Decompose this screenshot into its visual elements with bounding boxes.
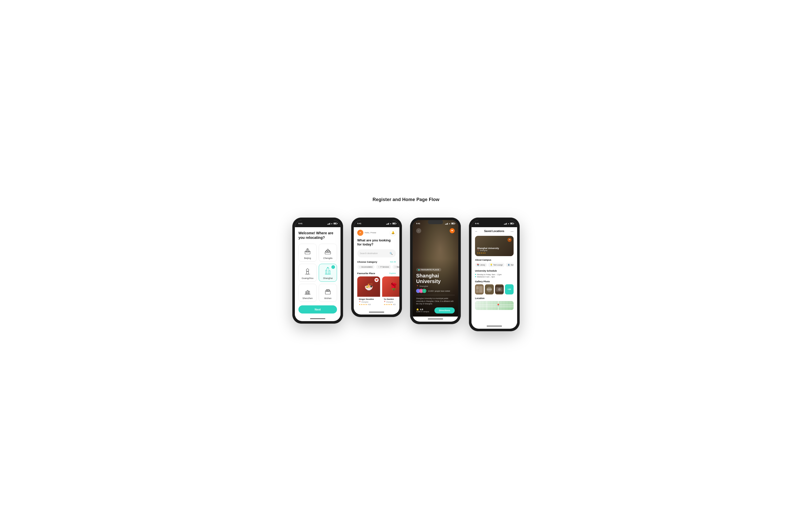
bell-icon[interactable]: 🔔 bbox=[390, 230, 396, 236]
visitors-count: 10,000+ people have visited bbox=[428, 290, 450, 292]
shanghai-icon bbox=[323, 267, 332, 276]
home-indicator-4 bbox=[487, 326, 502, 326]
phone3-status-icons: ▲ bbox=[445, 223, 455, 225]
phone3-notch: 9:41 ▲ bbox=[412, 220, 458, 227]
notch-pill-3 bbox=[428, 220, 443, 224]
notch-pill-2 bbox=[369, 220, 384, 224]
shenzhen-icon bbox=[303, 287, 312, 296]
svg-rect-20 bbox=[325, 291, 330, 294]
beijing-icon bbox=[303, 246, 312, 256]
svg-rect-4 bbox=[325, 252, 331, 254]
star-icon: ⭐ bbox=[416, 308, 419, 311]
saved-hero-text: Shanghai University 📍 Shanghai ★★★★★ bbox=[477, 247, 499, 254]
directions-button[interactable]: Directions bbox=[434, 308, 455, 314]
location-section: Location 📍 bbox=[475, 297, 513, 310]
search-bar[interactable]: Search destination 🔍 bbox=[357, 249, 396, 257]
favourite-badge: FAVOURITE PLACE bbox=[416, 268, 441, 271]
svg-rect-8 bbox=[306, 271, 308, 274]
phone-2-home: 9:41 ▲ P Hello, Pristal bbox=[351, 217, 402, 317]
city-card-shenzhen[interactable]: Shenzhen bbox=[299, 284, 317, 302]
city-card-beijing[interactable]: Beijing bbox=[299, 244, 317, 262]
fav-place-label: Favourite Place bbox=[357, 272, 375, 275]
schedule-text-1: Monday to Friday: 6am – 11pm bbox=[477, 274, 502, 275]
place-name: Shanghai University bbox=[416, 273, 455, 284]
phone-1-bottom bbox=[295, 316, 340, 321]
map-road-v1 bbox=[487, 301, 487, 310]
map-grid bbox=[475, 301, 513, 310]
fav-card-garden[interactable]: 🌹 Yu Garden 📍 Shanghai ★★★★★ 4.5 bbox=[382, 276, 400, 307]
saved-stars: ★★★★★ bbox=[477, 252, 499, 254]
city-card-chengdu[interactable]: Chengdu bbox=[319, 244, 337, 262]
city-grid: Beijing Chengdu Guangzhou bbox=[299, 244, 337, 302]
banks-label: Banks bbox=[396, 266, 400, 268]
fav-header: Favourite Place Explore bbox=[357, 272, 396, 275]
see-all-button[interactable]: See All bbox=[390, 261, 396, 263]
banks-dot bbox=[395, 266, 396, 268]
svg-point-15 bbox=[327, 267, 328, 268]
phone-1-notch: 9:41 ▲ bbox=[295, 220, 340, 227]
p4-menu-dots[interactable]: ··· bbox=[510, 229, 513, 233]
gallery-thumb-3[interactable] bbox=[495, 284, 504, 295]
home-indicator bbox=[310, 318, 325, 319]
phone-1-screen: 9:41 ▲ Welcome! Where are you relocating… bbox=[295, 220, 340, 322]
phone-2-notch: 9:41 ▲ bbox=[354, 220, 400, 227]
campus-banks[interactable]: 🏦 Banks bbox=[506, 263, 513, 267]
schedule-item-1: Monday to Friday: 6am – 11pm bbox=[475, 274, 513, 275]
guangzhou-icon bbox=[303, 267, 312, 276]
phone-4-time: 9:41 bbox=[475, 223, 479, 225]
divider bbox=[416, 295, 455, 295]
fav-badge-dot bbox=[418, 269, 420, 271]
fav-cards: 🍜 ❤️ Ginger Noodles 📍 Shanghai ★★★★★ 4.8 bbox=[357, 276, 396, 307]
phone-4-saved: 9:41 ▲ ← Saved Locations ··· bbox=[469, 217, 520, 331]
noodles-name: Ginger Noodles bbox=[359, 298, 379, 300]
rating-badge: ⭐ 4.8 bbox=[416, 308, 429, 311]
phone-3-bottom bbox=[412, 316, 458, 322]
rating-directions-row: ⭐ 4.8 3,650 in campus Directions bbox=[416, 308, 455, 314]
left-side: ⭐ 4.8 3,650 in campus bbox=[416, 308, 429, 313]
svg-rect-17 bbox=[307, 290, 308, 294]
map-preview[interactable]: 📍 bbox=[475, 301, 513, 310]
favourite-heart[interactable]: ❤ bbox=[450, 228, 455, 233]
campus-tech-lounge[interactable]: 💡 Tech Lounge bbox=[488, 263, 505, 267]
category-banks[interactable]: Banks bbox=[393, 265, 400, 269]
map-road-h1 bbox=[475, 304, 513, 305]
status-icons: ▲ bbox=[327, 223, 337, 225]
explore-button[interactable]: Explore bbox=[390, 272, 396, 274]
p4-header: ← Saved Locations ··· bbox=[475, 229, 513, 233]
schedule-label: University Schedule bbox=[475, 270, 513, 272]
gallery-thumb-2[interactable] bbox=[485, 284, 494, 295]
city-card-wuhan[interactable]: Wuhan bbox=[319, 284, 337, 302]
phone-2-bottom bbox=[354, 310, 400, 315]
back-button[interactable]: ← bbox=[416, 228, 421, 233]
schedule-item-2: Weekend: 6 am – 8pm bbox=[475, 276, 513, 278]
battery-icon bbox=[333, 223, 337, 224]
home-indicator-3 bbox=[428, 318, 443, 319]
campus-count: 3,650 in campus bbox=[416, 311, 429, 313]
shenzhen-label: Shenzhen bbox=[303, 297, 313, 300]
schedule-dot-2 bbox=[475, 276, 476, 277]
category-it-services[interactable]: IT Services bbox=[376, 265, 391, 269]
fav-card-noodles[interactable]: 🍜 ❤️ Ginger Noodles 📍 Shanghai ★★★★★ 4.8 bbox=[357, 276, 380, 307]
phone3-nav: ← ❤ bbox=[416, 228, 455, 233]
gallery-more[interactable]: +20 bbox=[505, 284, 513, 295]
phone-2-screen: 9:41 ▲ P Hello, Pristal bbox=[354, 220, 400, 315]
library-icon: 📚 bbox=[477, 264, 479, 266]
it-dot bbox=[378, 266, 379, 268]
signal-icon-4 bbox=[504, 223, 507, 225]
category-header: Choose Category See All bbox=[357, 260, 396, 263]
next-button[interactable]: Next bbox=[299, 305, 337, 314]
rating-value: 4.8 bbox=[420, 308, 423, 311]
campus-library[interactable]: 📚 Library bbox=[475, 263, 487, 267]
gallery-thumb-1[interactable] bbox=[475, 284, 484, 295]
category-accomodation[interactable]: Accomodation bbox=[357, 265, 375, 269]
city-card-guangzhou[interactable]: Guangzhou bbox=[299, 264, 317, 282]
city-card-shanghai[interactable]: Shanghai bbox=[319, 264, 337, 282]
svg-rect-26 bbox=[479, 286, 483, 293]
tech-lounge-icon: 💡 bbox=[490, 264, 493, 266]
signal-icon bbox=[327, 223, 330, 225]
p4-back-button[interactable]: ← bbox=[475, 230, 478, 233]
p2-header: P Hello, Pristal 🔔 bbox=[357, 230, 396, 236]
svg-rect-18 bbox=[308, 291, 309, 294]
about-campus-label: About Campus bbox=[475, 259, 513, 261]
svg-point-7 bbox=[306, 269, 309, 271]
